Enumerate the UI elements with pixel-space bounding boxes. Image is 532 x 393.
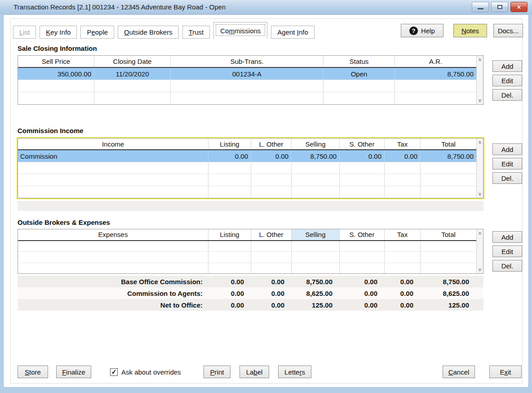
scroll-up-icon[interactable]: ∧ — [478, 231, 482, 236]
print-button[interactable]: Print — [204, 366, 231, 378]
edit-button[interactable]: Edit — [492, 75, 522, 86]
docs-button[interactable]: Docs... — [493, 24, 523, 37]
delete-button[interactable]: Del. — [492, 89, 522, 101]
checkbox-label: Ask about overrides — [121, 368, 181, 376]
scroll-down-icon[interactable]: ∨ — [478, 192, 482, 196]
tab-bar: List Key Info People Outside Brokers Tru… — [13, 22, 315, 39]
close-button[interactable]: × — [510, 2, 528, 12]
checkbox-checked-icon: ✓ — [110, 368, 118, 376]
exit-button[interactable]: Exit — [489, 366, 522, 378]
restore-button[interactable] — [491, 2, 508, 12]
empty-row — [18, 174, 476, 186]
docs-label: Docs... — [498, 27, 519, 35]
column-header-sub-trans: Sub-Trans. — [171, 56, 324, 67]
summary-value: 125.00 — [291, 301, 339, 309]
empty-row — [18, 92, 476, 104]
sale-closing-section-title: Sale Closing Information — [18, 45, 97, 52]
cancel-button[interactable]: Cancel — [443, 366, 475, 378]
sell-price-value: 350,000.00 — [18, 68, 94, 80]
outside-brokers-scrollbar[interactable]: ∧ ∨ — [476, 229, 483, 273]
tab-outside-brokers[interactable]: Outside Brokers — [118, 26, 179, 39]
scroll-up-icon[interactable]: ∧ — [478, 57, 482, 62]
summary-value: 0.00 — [384, 290, 420, 297]
tab-people[interactable]: People — [80, 26, 114, 39]
delete-button[interactable]: Del. — [492, 172, 522, 184]
minimize-button[interactable] — [472, 2, 489, 12]
summary-value: 0.00 — [384, 278, 420, 286]
help-label: Help — [421, 27, 435, 35]
summary-value: 8,750.00 — [420, 278, 476, 286]
summary-value: 0.00 — [339, 301, 384, 309]
column-header-s-other: S. Other — [340, 229, 385, 240]
summary-value: 0.00 — [208, 290, 251, 297]
sub-trans-value: 001234-A — [171, 68, 324, 80]
income-name-value: Commission — [18, 150, 208, 161]
commission-income-row-selected[interactable]: Commission 0.00 0.00 8,750.00 0.00 0.00 … — [18, 150, 476, 162]
summary-label: Commission to Agents: — [18, 290, 208, 297]
column-header-s-other: S. Other — [340, 138, 385, 149]
scroll-up-icon[interactable]: ∧ — [478, 140, 482, 145]
summary-value: 0.00 — [251, 290, 291, 297]
delete-button[interactable]: Del. — [492, 260, 522, 272]
column-header-total: Total — [421, 138, 476, 149]
commission-income-focus-border: Income Listing L. Other Selling S. Other… — [17, 137, 484, 199]
letters-button[interactable]: Letters — [278, 366, 311, 378]
tab-trust[interactable]: Trust — [182, 26, 210, 39]
outside-brokers-grid: Expenses Listing L. Other Selling S. Oth… — [18, 229, 476, 273]
commission-income-header-row: Income Listing L. Other Selling S. Other… — [18, 138, 476, 150]
add-button[interactable]: Add — [492, 60, 522, 72]
minimize-icon — [478, 8, 483, 9]
s-other-value: 0.00 — [340, 150, 385, 161]
ar-value: 8,750.00 — [395, 68, 476, 80]
tab-commissions[interactable]: Commissions — [213, 22, 267, 39]
tab-key-info[interactable]: Key Info — [40, 26, 77, 39]
column-header-l-other: L. Other — [251, 138, 292, 149]
commission-income-scrollbar[interactable]: ∧ ∨ — [476, 138, 483, 198]
commission-income-grid: Income Listing L. Other Selling S. Other… — [18, 138, 476, 198]
notes-button[interactable]: Notes — [453, 24, 487, 37]
summary-value: 0.00 — [251, 301, 291, 309]
outside-brokers-table: Expenses Listing L. Other Selling S. Oth… — [18, 229, 483, 274]
edit-button[interactable]: Edit — [492, 246, 522, 257]
add-button[interactable]: Add — [492, 231, 522, 243]
tab-label: Agent Info — [277, 28, 308, 36]
empty-row — [18, 241, 476, 252]
scroll-down-icon[interactable]: ∨ — [478, 267, 482, 272]
store-button[interactable]: Store — [18, 366, 48, 378]
summary-value: 0.00 — [208, 301, 251, 309]
selling-value: 8,750.00 — [292, 150, 340, 161]
notes-label: Notes — [461, 27, 479, 35]
commission-summary: Base Office Commission: 0.00 0.00 8,750.… — [18, 276, 483, 311]
help-button[interactable]: ? Help — [401, 24, 443, 37]
ask-about-overrides-checkbox[interactable]: ✓ Ask about overrides — [110, 366, 181, 378]
sale-closing-table: Sell Price Closing Date Sub-Trans. Statu… — [18, 55, 483, 105]
scroll-down-icon[interactable]: ∨ — [478, 98, 482, 103]
summary-row-commission-to-agents: Commission to Agents: 0.00 0.00 8,625.00… — [18, 287, 483, 299]
tab-list[interactable]: List — [13, 26, 36, 39]
tab-label: List — [19, 28, 30, 36]
label-button[interactable]: Label — [239, 366, 269, 378]
summary-label: Base Office Commission: — [18, 278, 208, 286]
tab-agent-info[interactable]: Agent Info — [271, 26, 314, 39]
tab-label: Key Info — [46, 28, 71, 36]
outside-brokers-actions: Add Edit Del. — [492, 231, 522, 272]
titlebar[interactable]: Transaction Records [2.1] 001234 - 12345… — [0, 0, 532, 14]
empty-row — [18, 263, 476, 274]
listing-value: 0.00 — [208, 150, 251, 161]
close-icon: × — [517, 4, 521, 10]
closing-date-value: 11/20/2020 — [94, 68, 171, 80]
summary-value: 0.00 — [208, 278, 251, 286]
column-header-listing: Listing — [208, 229, 251, 240]
column-header-tax: Tax — [385, 138, 421, 149]
edit-button[interactable]: Edit — [492, 158, 522, 170]
outside-brokers-header-row: Expenses Listing L. Other Selling S. Oth… — [18, 229, 476, 241]
tab-label: Commissions — [220, 27, 261, 35]
sale-closing-scrollbar[interactable]: ∧ ∨ — [476, 56, 483, 104]
summary-value: 0.00 — [339, 278, 384, 286]
status-value: Open — [324, 68, 395, 80]
commission-income-table: Income Listing L. Other Selling S. Other… — [18, 138, 483, 198]
commission-income-footer-strip — [18, 201, 483, 211]
finalize-button[interactable]: Finalize — [56, 366, 91, 378]
sale-closing-row-selected[interactable]: 350,000.00 11/20/2020 001234-A Open 8,75… — [18, 68, 476, 80]
add-button[interactable]: Add — [492, 143, 522, 155]
